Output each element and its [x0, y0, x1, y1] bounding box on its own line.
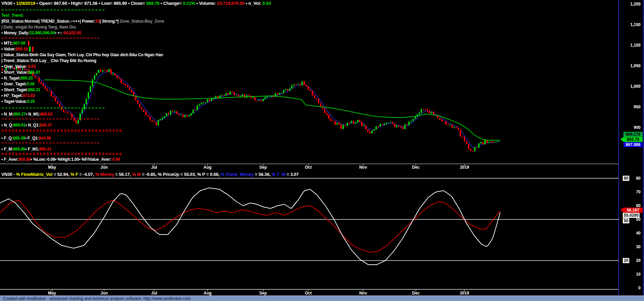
text-segment: • N_Q1: — [26, 123, 40, 128]
text-segment: 845.37 — [40, 123, 52, 128]
oscillator-title: VN30 - % FlowMatrix_Vol = 52.94, % F = -… — [1, 172, 299, 177]
time-axis-label-jul: Jul — [151, 291, 157, 296]
text-segment: • F_Aver: — [1, 157, 18, 162]
oscillator-axis-label: 40 — [636, 231, 641, 236]
text-segment: 869.25 — [21, 76, 33, 81]
overlay-line: • H7_Taget:872.83 — [1, 93, 35, 98]
text-segment: 0.12% — [183, 1, 195, 6]
text-segment: % F — [71, 172, 78, 177]
text-segment: • N_M: — [1, 112, 14, 117]
time-axis-label-nov: Nov — [359, 165, 367, 170]
text-segment: 860.63 — [40, 112, 52, 117]
text-segment: • N_Taget: — [1, 76, 21, 81]
oscillator-axis-label: 70 — [636, 190, 641, 194]
text-segment: % M — [132, 172, 140, 177]
overlay-line: • Short_Value:865.87 — [1, 70, 40, 75]
text-segment: = 56.17, — [114, 172, 132, 177]
text-segment: 33 — [95, 19, 100, 24]
candlestick-series — [1, 65, 500, 152]
time-axis-label-aug: Aug — [203, 165, 211, 170]
text-segment: 872.83 — [23, 93, 35, 98]
oscillator-axis-label: 0 — [638, 286, 641, 290]
time-axis-label-2019: 2019 — [460, 291, 469, 296]
text-segment: 865.87 — [28, 70, 40, 75]
time-axis-label-jul: Jul — [151, 165, 157, 170]
time-axis-label-sep: Sep — [259, 291, 267, 296]
text-segment: • F_M: — [1, 147, 13, 152]
text-segment: 1.00 — [71, 157, 79, 162]
text-segment: = 3.07 — [285, 172, 299, 177]
time-axis-label-2019: 2019 — [460, 165, 469, 170]
oscillator-level-box: 80 — [623, 176, 629, 181]
text-segment: % PriceUp — [158, 172, 179, 177]
overlay-line: | Trend_Status:Tich Luy _ Cho Thay Đôi X… — [1, 58, 96, 63]
text-segment: Test_Trend: — [1, 13, 24, 18]
text-segment: 868.85 — [13, 147, 25, 152]
text-segment: = 56.36, — [253, 172, 272, 177]
text-segment: 0.06 — [27, 82, 35, 86]
text-segment: -0.96 — [111, 157, 120, 162]
text-segment: % Money — [95, 172, 114, 177]
text-segment: % FlowMatrix_Vol — [16, 172, 52, 177]
text-segment: 0.25 — [27, 99, 35, 104]
text-segment: • %F/Value_Aver: — [79, 157, 111, 162]
text-segment: ▐ — [28, 47, 30, 51]
text-segment: • Short_Value: — [1, 70, 28, 75]
oscillator-line-white — [0, 188, 500, 265]
text-segment: = -4.07, — [78, 172, 95, 177]
text-segment: VN30 - — [1, 172, 16, 177]
dashed-divider — [2, 119, 99, 119]
text-segment: • %High: — [55, 157, 71, 162]
text-segment: -0.05 — [27, 64, 36, 69]
dashed-divider — [2, 108, 104, 108]
text-segment: • Taget-Value: — [1, 99, 27, 104]
time-axis-label-oct: Oct — [305, 165, 312, 170]
text-segment: % P — [197, 172, 205, 177]
text-segment: • Change= — [159, 1, 183, 6]
text-segment: | Strong:*| — [100, 19, 120, 24]
text-segment: % T_M — [272, 172, 285, 177]
overlay-line: • Money_Daily:22,980,096.00• +-:-94,832.… — [1, 31, 81, 35]
text-segment: 869.18 — [15, 47, 28, 51]
overlay-line: Test_Trend: — [1, 13, 24, 18]
text-segment: = -0.85, — [141, 172, 158, 177]
text-segment: 868.76 — [146, 1, 160, 6]
dashed-divider — [2, 38, 99, 38]
oscillator-value-badge: 56.167 — [623, 208, 643, 213]
text-segment: | Daily_singal:Xu Huong Tang_Nam Giu — [1, 25, 76, 29]
text-segment: 860.21 — [39, 147, 52, 152]
oscillator-axis-label: 10 — [636, 272, 641, 277]
text-segment: • n_Vol: — [245, 1, 262, 6]
overlay-line: • Taget-Value:0.25 — [1, 99, 35, 104]
text-segment: |RSI_Status:Normal| TREND_Status:--+++| … — [1, 19, 95, 24]
overlay-line: |RSI_Status:Normal| TREND_Status:--+++| … — [1, 19, 164, 24]
time-axis-label-jun: Jun — [100, 291, 108, 296]
overlay-line: • N_M:869.27• N_M1:860.63 — [1, 112, 52, 117]
overlay-line: • Over_Taget:0.06 — [1, 82, 35, 86]
oscillator-level-box: 50 — [623, 218, 629, 224]
oscillator-axis[interactable]: 807060504030201008055.0285502056.167 — [619, 0, 643, 301]
amibroker-window: VN30 • 1/28/2019 • Open= 867.60 • High= … — [0, 0, 644, 301]
oscillator-arrow-icon — [620, 208, 623, 213]
overlay-line: | Daily_singal:Xu Huong Tang_Nam Giu — [1, 25, 76, 29]
chart-canvas[interactable] — [0, 0, 644, 301]
dashed-divider — [2, 143, 99, 143]
dashed-divider — [2, 10, 104, 10]
text-segment: | Trend_Status:Tich Luy _ Cho Thay Đôi X… — [1, 58, 96, 63]
text-segment: 869.49 — [13, 136, 25, 141]
overlay-line: • Over_Value:-0.05 — [1, 64, 36, 69]
text-segment: -0.08 — [46, 157, 55, 162]
time-axis-label-jun: Jun — [100, 165, 108, 170]
oscillator-axis-label: 30 — [636, 244, 641, 249]
text-segment: 869.91 — [13, 123, 26, 128]
text-segment: = 55.03, — [179, 172, 197, 177]
text-segment: % Trend_Money — [221, 172, 253, 177]
text-segment: • MT1: — [1, 41, 13, 46]
text-segment: • F_Q1: — [25, 136, 39, 141]
text-segment: • Over_Taget: — [1, 82, 27, 86]
text-segment: 867.09 — [13, 41, 25, 46]
text-segment: VN30 • — [1, 1, 16, 6]
oscillator-line-red — [0, 200, 500, 252]
oscillator-axis-label: 20 — [636, 258, 641, 263]
text-segment: • Value: — [1, 47, 15, 51]
